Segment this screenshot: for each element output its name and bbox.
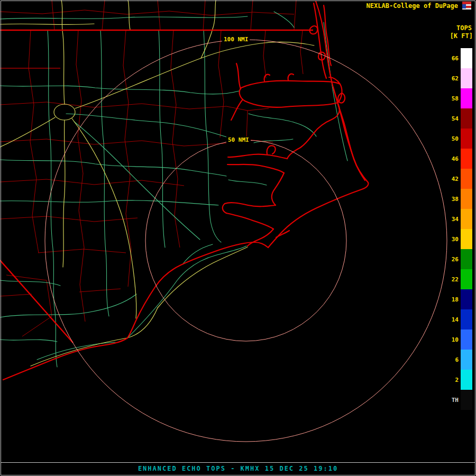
colorbar-swatch (461, 48, 472, 68)
colorbar-label: 54 (444, 115, 459, 122)
colorbar-swatch (461, 68, 472, 88)
colorbar-label: 62 (444, 75, 459, 82)
colorbar-label: 2 (444, 377, 459, 383)
colorbar-label: 42 (444, 176, 459, 182)
colorbar-label: 10 (444, 336, 459, 343)
colorbar-entry: 42 (444, 169, 472, 189)
county-lines (0, 0, 303, 336)
colorbar-swatch (461, 289, 472, 309)
product-caption: ENHANCED ECHO TOPS - KMHX 15 DEC 25 19:1… (0, 465, 476, 472)
yellow-highways (0, 0, 314, 366)
colorbar-swatch (461, 370, 472, 390)
colorbar-swatch (461, 88, 472, 108)
radar-map (0, 0, 476, 476)
colorbar-label: 58 (444, 95, 459, 102)
cod-logo-icon (462, 2, 471, 10)
colorbar-swatch (461, 269, 472, 289)
colorbar-label: 46 (444, 155, 459, 162)
colorbar-entry: 62 (444, 68, 472, 88)
colorbar-entry: 54 (444, 108, 472, 129)
colorbar-entry: 66 (444, 48, 472, 68)
brand-text: NEXLAB-College of DuPage (367, 2, 458, 10)
colorbar-label: 38 (444, 196, 459, 203)
colorbar-swatch (461, 189, 472, 209)
colorbar-label: 26 (444, 256, 459, 263)
colorbar-swatch (461, 249, 472, 269)
colorbar-entry: 6 (444, 350, 472, 370)
colorbar-swatch (461, 309, 472, 329)
colorbar-entry: 30 (444, 229, 472, 249)
colorbar-entry: 18 (444, 289, 472, 309)
footer-divider (1, 462, 475, 463)
colorbar-label: 34 (444, 216, 459, 223)
colorbar-swatch (461, 229, 472, 249)
ring-label-50nmi: 50 NMI (226, 136, 251, 143)
colorbar-entry: 50 (444, 129, 472, 149)
coastline (3, 1, 368, 380)
green-roads (0, 12, 347, 367)
colorbar-entry: 10 (444, 329, 472, 350)
colorbar-label: 66 (444, 55, 459, 62)
colorbar-entry: 46 (444, 149, 472, 169)
colorbar-entry: 14 (444, 309, 472, 329)
colorbar: 66625854504642383430262218141062TH (444, 48, 472, 410)
scale-units: [K FT] (450, 32, 473, 40)
colorbar-entry: 38 (444, 189, 472, 209)
colorbar-swatch (461, 209, 472, 229)
colorbar-label: TH (444, 397, 459, 404)
colorbar-label: 14 (444, 316, 459, 323)
colorbar-swatch (461, 350, 472, 370)
scale-title: TOPS (456, 24, 472, 32)
colorbar-entry: 58 (444, 88, 472, 108)
colorbar-label: 6 (444, 356, 459, 363)
colorbar-entry: 2 (444, 370, 472, 390)
ring-label-100nmi: 100 NMI (222, 36, 250, 43)
colorbar-entry: 26 (444, 249, 472, 269)
colorbar-label: 30 (444, 236, 459, 243)
colorbar-swatch (461, 149, 472, 169)
colorbar-swatch (461, 108, 472, 129)
colorbar-swatch (461, 169, 472, 189)
radar-display: NEXLAB-College of DuPage TOPS [K FT] 666… (0, 0, 476, 476)
colorbar-label: 18 (444, 296, 459, 303)
colorbar-swatch (461, 390, 472, 410)
colorbar-label: 22 (444, 276, 459, 283)
colorbar-label: 50 (444, 135, 459, 142)
colorbar-swatch (461, 129, 472, 149)
colorbar-entry: TH (444, 390, 472, 410)
colorbar-swatch (461, 329, 472, 350)
colorbar-entry: 22 (444, 269, 472, 289)
colorbar-entry: 34 (444, 209, 472, 229)
